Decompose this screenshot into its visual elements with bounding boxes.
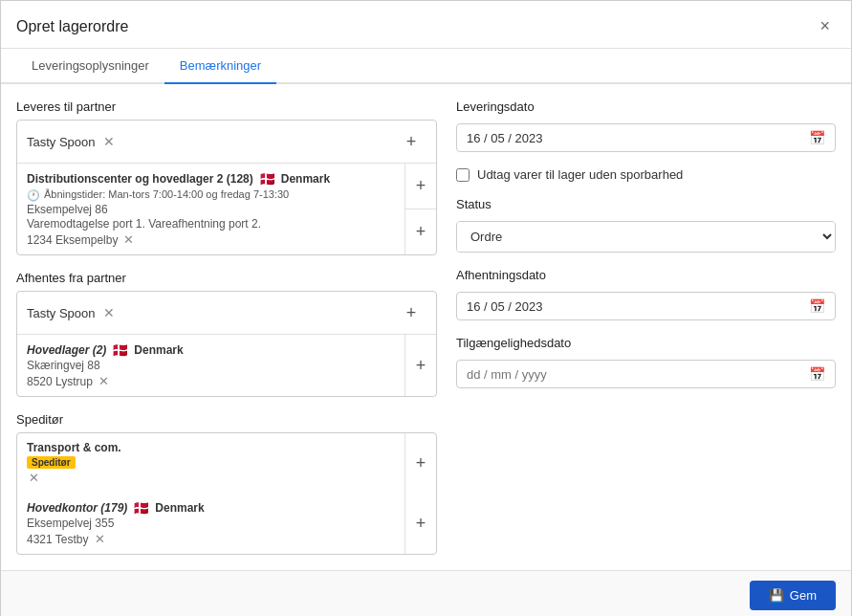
speditør-add-button[interactable]: + xyxy=(405,433,436,493)
leveres-til-label: Leveres til partner xyxy=(16,99,437,114)
leveres-til-flag: 🇩🇰 xyxy=(259,171,275,187)
afhentes-fra-partner-group: Tasty Spoon ✕ + Hovedlager (2) 🇩🇰 Denmar… xyxy=(16,291,437,397)
leveres-til-address-row: Distributionscenter og hovedlager 2 (128… xyxy=(17,164,436,254)
leveres-til-partner-tag: Tasty Spoon ✕ xyxy=(27,135,117,149)
clock-icon: 🕐 xyxy=(27,189,40,202)
leveres-til-plus-col: + + xyxy=(404,164,436,254)
close-button[interactable]: × xyxy=(814,14,836,38)
dialog: Opret lagerordre × Leveringsoplysninger … xyxy=(0,0,852,616)
leveres-til-address-info: Distributionscenter og hovedlager 2 (128… xyxy=(17,164,404,254)
dialog-body: Leveres til partner Tasty Spoon ✕ + Dist… xyxy=(1,84,851,570)
afhentes-fra-city: 8520 Lystrup ✕ xyxy=(27,374,395,388)
status-group: Status Ordre Kladde Bekræftet xyxy=(456,197,836,253)
dialog-footer: 💾 Gem xyxy=(1,570,851,616)
speditør-hq-info: Hovedkontor (179) 🇩🇰 Denmark Eksempelvej… xyxy=(17,493,404,554)
speditør-remove-button[interactable]: ✕ xyxy=(27,471,41,485)
afhentes-fra-address-main: Hovedlager (2) 🇩🇰 Denmark xyxy=(27,342,395,358)
afhentningsdato-input[interactable] xyxy=(467,299,809,314)
speditør-plus-col: + xyxy=(404,433,436,493)
leveres-til-country: Denmark xyxy=(281,172,330,186)
leveringsdato-calendar-icon[interactable]: 📅 xyxy=(809,130,825,145)
afhentes-fra-street: Skæringvej 88 xyxy=(27,359,395,372)
speditør-remove-row: ✕ xyxy=(27,471,395,485)
speditør-name: Transport & com. xyxy=(27,441,395,454)
leveres-til-add-button[interactable]: + xyxy=(396,126,426,157)
leveres-til-city: 1234 Eksempelby ✕ xyxy=(27,232,395,247)
status-select[interactable]: Ordre Kladde Bekræftet xyxy=(457,222,835,252)
tilgaengelighedsdato-input[interactable] xyxy=(467,367,809,382)
afhentningsdato-label: Afhentningsdato xyxy=(456,268,836,282)
afhentes-fra-city-remove[interactable]: ✕ xyxy=(97,374,111,388)
afhentes-fra-address-row: Hovedlager (2) 🇩🇰 Denmark Skæringvej 88 … xyxy=(17,335,436,396)
tab-leveringsoplysninger[interactable]: Leveringsoplysninger xyxy=(16,49,164,84)
tabs: Leveringsoplysninger Bemærkninger xyxy=(1,49,851,84)
status-label: Status xyxy=(456,197,836,211)
speditør-badge-wrapper: Speditør xyxy=(27,454,395,469)
afhentes-fra-address-info: Hovedlager (2) 🇩🇰 Denmark Skæringvej 88 … xyxy=(17,335,404,396)
speditør-hq-name: Hovedkontor (179) xyxy=(27,501,127,515)
afhentningsdato-input-wrapper: 📅 xyxy=(456,292,836,320)
left-column: Leveres til partner Tasty Spoon ✕ + Dist… xyxy=(16,99,437,555)
speditør-hq-flag: 🇩🇰 xyxy=(133,500,149,516)
tilgaengelighedsdato-input-wrapper: 📅 xyxy=(456,360,836,388)
speditør-hq-plus-col: + xyxy=(404,493,436,554)
leveringsdato-group: Leveringsdato 📅 xyxy=(456,99,836,152)
speditør-label: Speditør xyxy=(16,412,437,427)
afhentes-fra-plus-col: + xyxy=(404,335,436,396)
afhentningsdato-calendar-icon[interactable]: 📅 xyxy=(809,298,825,314)
save-button[interactable]: 💾 Gem xyxy=(750,581,836,610)
speditør-address-row: Transport & com. Speditør ✕ + xyxy=(17,433,436,493)
tilgaengelighedsdato-calendar-icon[interactable]: 📅 xyxy=(809,366,825,382)
udtag-checkbox[interactable] xyxy=(456,168,470,182)
afhentes-fra-section: Afhentes fra partner Tasty Spoon ✕ + Hov… xyxy=(16,271,437,397)
speditør-hq-country: Denmark xyxy=(155,501,204,515)
status-select-wrapper: Ordre Kladde Bekræftet xyxy=(456,221,836,253)
afhentes-fra-country: Denmark xyxy=(134,343,183,357)
leveres-til-address-add-button[interactable]: + xyxy=(405,164,436,209)
leveres-til-street: Eksempelvej 86 xyxy=(27,203,395,216)
leveres-til-extra-add-button[interactable]: + xyxy=(405,209,436,254)
speditør-partner-group: Transport & com. Speditør ✕ + xyxy=(16,432,437,555)
right-column: Leveringsdato 📅 Udtag varer til lager ud… xyxy=(456,99,836,555)
tilgaengelighedsdato-group: Tilgængelighedsdato 📅 xyxy=(456,336,836,388)
afhentes-fra-tag-row: Tasty Spoon ✕ + xyxy=(17,292,436,335)
leveres-til-opening-hours: 🕐 Åbningstider: Man-tors 7:00-14:00 og f… xyxy=(27,188,395,202)
leveringsdato-label: Leveringsdato xyxy=(456,99,836,114)
speditør-hq-main: Hovedkontor (179) 🇩🇰 Denmark xyxy=(27,500,395,516)
speditør-hq-city: 4321 Testby ✕ xyxy=(27,532,395,546)
tab-bemærkninger[interactable]: Bemærkninger xyxy=(164,49,276,84)
leveres-til-section: Leveres til partner Tasty Spoon ✕ + Dist… xyxy=(16,99,437,255)
leveres-til-reception: Varemodtagelse port 1. Vareafhentning po… xyxy=(27,217,395,231)
afhentes-fra-address-add-button[interactable]: + xyxy=(405,335,436,396)
afhentes-fra-partner-name: Tasty Spoon xyxy=(27,306,96,320)
speditør-hq-city-remove[interactable]: ✕ xyxy=(93,532,107,546)
afhentes-fra-address-name: Hovedlager (2) xyxy=(27,343,106,357)
leveres-til-address-main: Distributionscenter og hovedlager 2 (128… xyxy=(27,171,395,187)
speditør-hq-add-button[interactable]: + xyxy=(405,493,436,554)
speditør-hq-row: Hovedkontor (179) 🇩🇰 Denmark Eksempelvej… xyxy=(17,493,436,554)
leveringsdato-input-wrapper: 📅 xyxy=(456,123,836,152)
speditør-section: Speditør Transport & com. Speditør ✕ xyxy=(16,412,437,555)
dialog-header: Opret lagerordre × xyxy=(1,1,851,49)
leveres-til-partner-group: Tasty Spoon ✕ + Distributionscenter og h… xyxy=(16,120,437,255)
afhentes-fra-add-button[interactable]: + xyxy=(396,297,426,328)
afhentes-fra-remove-button[interactable]: ✕ xyxy=(101,306,117,319)
save-label: Gem xyxy=(790,588,817,603)
speditør-address-info: Transport & com. Speditør ✕ xyxy=(17,433,404,493)
leveres-til-remove-button[interactable]: ✕ xyxy=(101,135,117,148)
tilgaengelighedsdato-label: Tilgængelighedsdato xyxy=(456,336,836,350)
udtag-row: Udtag varer til lager uden sporbarhed xyxy=(456,167,836,182)
leveringsdato-input[interactable] xyxy=(467,131,809,145)
speditør-badge: Speditør xyxy=(27,456,76,469)
dialog-title: Opret lagerordre xyxy=(16,18,128,35)
afhentes-fra-partner-tag: Tasty Spoon ✕ xyxy=(27,306,117,320)
leveres-til-partner-name: Tasty Spoon xyxy=(27,135,96,149)
leveres-til-city-remove[interactable]: ✕ xyxy=(121,232,136,247)
save-icon: 💾 xyxy=(769,588,784,603)
udtag-label[interactable]: Udtag varer til lager uden sporbarhed xyxy=(477,167,683,182)
afhentningsdato-group: Afhentningsdato 📅 xyxy=(456,268,836,320)
afhentes-fra-flag: 🇩🇰 xyxy=(112,342,128,358)
leveres-til-address-name: Distributionscenter og hovedlager 2 (128… xyxy=(27,172,253,186)
speditør-hq-street: Eksempelvej 355 xyxy=(27,517,395,530)
afhentes-fra-label: Afhentes fra partner xyxy=(16,271,437,285)
